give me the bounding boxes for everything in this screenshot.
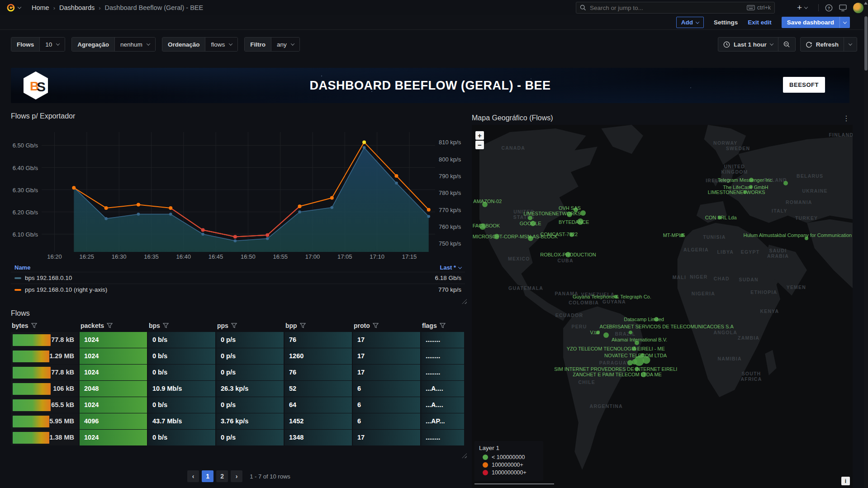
table-row[interactable]: 77.8 kB10240 b/s0 p/s7617........ <box>11 332 467 348</box>
flow-data-point[interactable] <box>635 367 639 371</box>
add-button[interactable]: Add <box>676 17 704 28</box>
prev-page-button[interactable]: ‹ <box>187 470 199 482</box>
settings-button[interactable]: Settings <box>714 19 738 26</box>
filter-icon[interactable] <box>163 323 169 328</box>
grafana-logo-icon[interactable] <box>6 3 15 12</box>
flow-data-point[interactable] <box>629 331 632 334</box>
page-button-2[interactable]: 2 <box>216 470 228 482</box>
column-header-proto[interactable]: proto <box>353 322 420 329</box>
table-row[interactable]: 77.8 kB10240 b/s0 p/s7617........ <box>11 365 467 380</box>
search-input[interactable]: ctrl+k <box>576 2 775 14</box>
flow-data-point[interactable] <box>528 236 533 241</box>
beesoft-button[interactable]: BEESOFT <box>783 77 825 93</box>
table-row[interactable]: 65.5 kB10240 b/s0 p/s646...A.... <box>11 397 467 413</box>
help-icon[interactable]: ? <box>825 4 833 12</box>
flow-data-point[interactable] <box>743 190 747 194</box>
flow-data-point[interactable] <box>530 221 536 226</box>
flow-data-point[interactable] <box>635 341 639 345</box>
flow-data-point[interactable] <box>654 317 659 322</box>
page-scrollbar[interactable] <box>864 0 868 488</box>
panel-resize-handle[interactable] <box>462 299 467 304</box>
flow-data-point[interactable] <box>632 346 636 351</box>
refresh-button[interactable]: Refresh <box>801 38 844 51</box>
flow-data-point[interactable] <box>805 237 808 240</box>
series-name[interactable]: pps 192.168.0.10 (right y-axis) <box>25 286 438 293</box>
user-avatar[interactable] <box>853 3 863 13</box>
zoom-out-time-button[interactable] <box>778 38 795 51</box>
column-header-packets[interactable]: packets <box>80 322 147 329</box>
x-axis: 16:2016:2516:3016:3516:4016:4516:5016:55… <box>42 253 435 261</box>
flow-data-point[interactable] <box>749 185 753 189</box>
add-menu-icon[interactable]: + <box>797 3 812 13</box>
flow-data-point[interactable] <box>642 356 650 364</box>
column-header-bpp[interactable]: bpp <box>285 322 352 329</box>
flow-data-point[interactable] <box>482 202 488 207</box>
column-header-bytes[interactable]: bytes <box>11 322 79 329</box>
flow-data-point[interactable] <box>580 210 586 216</box>
search-shortcut: ctrl+k <box>747 5 771 11</box>
filter-icon[interactable] <box>373 323 379 328</box>
variable-value-dropdown[interactable]: any <box>271 38 299 51</box>
filter-icon[interactable] <box>107 323 113 328</box>
variable-value-dropdown[interactable]: flows <box>205 38 237 51</box>
flow-data-point[interactable] <box>614 295 617 298</box>
save-dashboard-chevron-icon[interactable] <box>840 17 850 28</box>
filter-icon[interactable] <box>440 323 446 328</box>
filter-icon[interactable] <box>300 323 306 328</box>
next-page-button[interactable]: › <box>231 470 242 482</box>
panel-resize-handle[interactable] <box>462 453 467 458</box>
legend-name-header[interactable]: Name <box>14 264 30 271</box>
page-button-1[interactable]: 1 <box>202 470 213 482</box>
panel-title[interactable]: Flows p/ Exportador <box>11 112 467 120</box>
table-row[interactable]: 5.95 MB409643.7 Mb/s3.76 kp/s14526...AP.… <box>11 413 467 429</box>
series-name[interactable]: bps 192.168.0.10 <box>25 275 435 281</box>
table-row[interactable]: 106 kB204810.9 Mb/s26.3 kp/s526...A.... <box>11 381 467 397</box>
time-series-plot[interactable] <box>42 132 435 252</box>
breadcrumb-home[interactable]: Home <box>32 4 49 11</box>
legend-last-header[interactable]: Last * <box>440 264 461 271</box>
filter-icon[interactable] <box>31 323 37 328</box>
exit-edit-button[interactable]: Exit edit <box>748 19 772 26</box>
flow-data-point[interactable] <box>603 332 609 338</box>
refresh-interval-chevron-icon[interactable] <box>844 38 857 51</box>
variable-value-dropdown[interactable]: 10 <box>40 38 65 51</box>
variable-value-dropdown[interactable]: nenhum <box>115 38 155 51</box>
table-row[interactable]: 1.29 MB10240 b/s0 p/s126017........ <box>11 348 467 364</box>
table-row[interactable]: 1.38 MB10240 b/s0 p/s134817........ <box>11 430 467 445</box>
column-header-flags[interactable]: flags <box>421 322 464 329</box>
map-attribution-button[interactable]: i <box>841 477 850 485</box>
legend-row[interactable]: pps 192.168.0.10 (right y-axis)770 kp/s <box>11 284 465 295</box>
flow-data-point[interactable] <box>528 216 532 220</box>
filter-icon[interactable] <box>231 323 237 328</box>
flow-data-point[interactable] <box>565 252 571 257</box>
org-switcher-chevron-icon[interactable] <box>18 5 21 9</box>
panel-title[interactable]: Flows <box>11 309 467 317</box>
panel-title[interactable]: Mapa Geográfico (Flows) <box>472 114 553 122</box>
flow-data-point[interactable] <box>641 372 646 377</box>
world-map[interactable]: CANADAUNITED STATESMEXICOCUBAGUATEMALAPA… <box>472 125 853 488</box>
column-header-pps[interactable]: pps <box>216 322 284 329</box>
flow-data-point[interactable] <box>567 212 572 217</box>
zoom-out-button[interactable]: − <box>475 141 484 149</box>
flow-data-point[interactable] <box>749 178 754 182</box>
time-range-picker[interactable]: Last 1 hour <box>718 38 778 51</box>
save-dashboard-button[interactable]: Save dashboard <box>782 17 850 28</box>
flow-data-point[interactable] <box>569 232 574 237</box>
search-field[interactable] <box>590 5 743 11</box>
panel-menu-icon[interactable]: ⋮ <box>840 114 853 123</box>
flow-data-point[interactable] <box>680 233 684 237</box>
flow-data-point[interactable] <box>494 234 499 239</box>
flow-data-point[interactable] <box>596 331 600 334</box>
scrollbar-thumb[interactable] <box>864 16 868 71</box>
breadcrumb-dashboards[interactable]: Dashboards <box>59 4 95 11</box>
column-header-bps[interactable]: bps <box>148 322 215 329</box>
legend-row[interactable]: bps 192.168.0.106.18 Gb/s <box>11 272 465 284</box>
flow-data-point[interactable] <box>479 223 486 230</box>
flow-data-point[interactable] <box>627 360 633 365</box>
zoom-in-button[interactable]: + <box>475 131 484 140</box>
flow-data-point[interactable] <box>577 218 583 225</box>
news-monitor-icon[interactable] <box>839 5 847 11</box>
flow-data-point[interactable] <box>783 181 788 185</box>
flow-data-point[interactable] <box>718 216 721 219</box>
flow-data-point[interactable] <box>574 208 578 212</box>
